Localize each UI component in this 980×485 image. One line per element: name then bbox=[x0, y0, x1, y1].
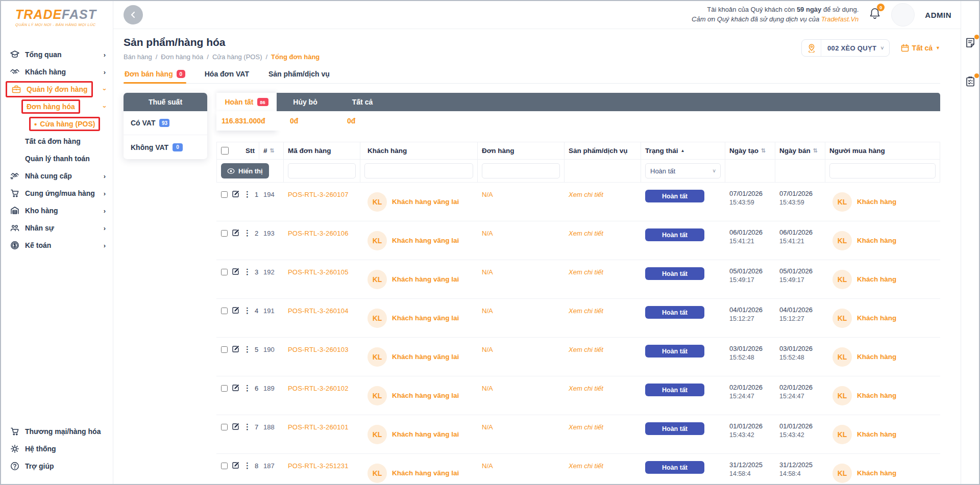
tasks-panel-button[interactable] bbox=[964, 75, 976, 88]
view-detail-link[interactable]: Xem chi tiết bbox=[569, 267, 603, 276]
kebab-menu-icon[interactable]: ⋮ bbox=[243, 306, 251, 315]
customer-name-link[interactable]: Khách hàng vãng lai bbox=[392, 353, 459, 361]
tab-h-a-n-vat[interactable]: Hóa đơn VAT bbox=[204, 68, 250, 83]
buyer-name-link[interactable]: Khách hàng bbox=[857, 275, 896, 283]
view-detail-link[interactable]: Xem chi tiết bbox=[569, 190, 603, 198]
order-code-filter-input[interactable] bbox=[288, 163, 356, 178]
edit-icon[interactable] bbox=[231, 190, 240, 198]
breadcrumb-item[interactable]: Bán hàng bbox=[124, 53, 152, 61]
sidebar-item-khach-hang[interactable]: Khách hàng› bbox=[1, 63, 113, 81]
row-checkbox[interactable] bbox=[221, 385, 228, 392]
sidebar-item-nhan-su[interactable]: Nhân sự› bbox=[1, 219, 113, 237]
order-code-link[interactable]: POS-RTL-3-251231 bbox=[288, 461, 349, 470]
row-checkbox[interactable] bbox=[221, 346, 228, 353]
edit-icon[interactable] bbox=[231, 461, 240, 470]
row-checkbox[interactable] bbox=[221, 307, 228, 315]
breadcrumb-item[interactable]: Cửa hàng (POS) bbox=[212, 53, 262, 61]
buyer-name-link[interactable]: Khách hàng bbox=[857, 469, 896, 477]
breadcrumb-item[interactable]: Tổng đơn hàng bbox=[271, 53, 320, 61]
customer-name-link[interactable]: Khách hàng vãng lai bbox=[392, 275, 459, 283]
status-tab-ho-n-t-t[interactable]: Hoàn tất86 bbox=[216, 93, 277, 111]
status-filter-select[interactable]: Hoàn tất˅ bbox=[645, 163, 721, 178]
sidebar-item-tro-giup[interactable]: Trợ giúp bbox=[1, 457, 113, 475]
buyer-name-link[interactable]: Khách hàng bbox=[857, 237, 896, 244]
buyer-name-link[interactable]: Khách hàng bbox=[857, 392, 896, 399]
tab-s-n-ph-m-d-ch-v-[interactable]: Sản phẩm/dịch vụ bbox=[267, 68, 331, 83]
avatar[interactable] bbox=[891, 3, 915, 27]
edit-icon[interactable] bbox=[231, 384, 240, 392]
view-detail-link[interactable]: Xem chi tiết bbox=[569, 306, 603, 315]
select-all-checkbox[interactable] bbox=[221, 147, 229, 155]
order-code-link[interactable]: POS-RTL-3-260103 bbox=[288, 345, 349, 353]
view-detail-link[interactable]: Xem chi tiết bbox=[569, 345, 603, 353]
customer-name-link[interactable]: Khách hàng vãng lai bbox=[392, 237, 459, 244]
show-columns-button[interactable]: Hiển thị bbox=[221, 163, 269, 178]
row-checkbox[interactable] bbox=[221, 191, 228, 198]
notification-bell[interactable]: 0 bbox=[869, 7, 881, 22]
order-code-link[interactable]: POS-RTL-3-260104 bbox=[288, 306, 349, 315]
view-detail-link[interactable]: Xem chi tiết bbox=[569, 461, 603, 470]
row-checkbox[interactable] bbox=[221, 268, 228, 276]
customer-name-link[interactable]: Khách hàng vãng lai bbox=[392, 198, 459, 206]
store-selector[interactable]: 002 XÈO QUỴT ˅ bbox=[801, 39, 890, 57]
brand-logo[interactable]: TRADEFAST QUẢN LÝ MỌI NƠI - BÁN HÀNG MỌI… bbox=[1, 1, 113, 33]
view-detail-link[interactable]: Xem chi tiết bbox=[569, 422, 603, 431]
sidebar-item-quan-ly-thanh-toan[interactable]: Quản lý thanh toán bbox=[1, 150, 113, 167]
kebab-menu-icon[interactable]: ⋮ bbox=[243, 384, 251, 393]
kebab-menu-icon[interactable]: ⋮ bbox=[243, 422, 251, 431]
tab--n-b-n-h-ng[interactable]: Đơn bán hàng0 bbox=[124, 68, 186, 83]
col-header-created[interactable]: Ngày tạo⇅ bbox=[725, 142, 775, 160]
row-checkbox[interactable] bbox=[221, 462, 228, 470]
col-header-number[interactable]: #⇅ bbox=[259, 142, 284, 160]
order-filter-input[interactable] bbox=[482, 163, 560, 178]
customer-name-link[interactable]: Khách hàng vãng lai bbox=[392, 469, 459, 477]
sidebar-item-cua-hang-pos[interactable]: •Cửa hàng (POS) bbox=[1, 115, 113, 133]
sidebar-item-tong-quan[interactable]: Tổng quan› bbox=[1, 46, 113, 63]
tax-filter-c-vat[interactable]: Có VAT93 bbox=[124, 111, 207, 135]
buyer-name-link[interactable]: Khách hàng bbox=[857, 430, 896, 438]
edit-icon[interactable] bbox=[231, 345, 240, 353]
view-detail-link[interactable]: Xem chi tiết bbox=[569, 384, 603, 392]
sidebar-item-tat-ca-don-hang[interactable]: Tất cả đơn hàng bbox=[1, 133, 113, 150]
kebab-menu-icon[interactable]: ⋮ bbox=[243, 228, 251, 238]
customer-name-link[interactable]: Khách hàng vãng lai bbox=[392, 430, 459, 438]
tax-filter-kh-ng-vat[interactable]: Không VAT0 bbox=[124, 135, 207, 159]
buyer-name-link[interactable]: Khách hàng bbox=[857, 198, 896, 206]
col-header-sold[interactable]: Ngày bán⇅ bbox=[775, 142, 825, 160]
col-header-status[interactable]: Trạng thái▲ bbox=[641, 142, 725, 160]
sidebar-item-don-hang-hoa[interactable]: Đơn hàng hóa› bbox=[1, 98, 113, 115]
sidebar-item-thuong-mai-hang-hoa[interactable]: Thương mại/hàng hóa bbox=[1, 423, 113, 440]
status-tab-h-y-b-[interactable]: Hủy bỏ bbox=[277, 93, 334, 111]
row-checkbox[interactable] bbox=[221, 229, 228, 237]
edit-icon[interactable] bbox=[231, 306, 240, 315]
order-code-link[interactable]: POS-RTL-3-260105 bbox=[288, 267, 349, 276]
tradefast-link[interactable]: Tradefast.Vn bbox=[821, 15, 859, 23]
buyer-name-link[interactable]: Khách hàng bbox=[857, 314, 896, 322]
kebab-menu-icon[interactable]: ⋮ bbox=[243, 345, 251, 354]
status-tab-t-t-c-[interactable]: Tất cả bbox=[334, 93, 391, 111]
view-detail-link[interactable]: Xem chi tiết bbox=[569, 228, 603, 237]
edit-icon[interactable] bbox=[231, 267, 240, 276]
buyer-name-link[interactable]: Khách hàng bbox=[857, 353, 896, 361]
buyer-filter-input[interactable] bbox=[829, 163, 936, 178]
user-name[interactable]: ADMIN bbox=[925, 11, 951, 19]
order-code-link[interactable]: POS-RTL-3-260107 bbox=[288, 190, 349, 198]
sidebar-item-ke-toan[interactable]: Kế toán› bbox=[1, 237, 113, 254]
breadcrumb-item[interactable]: Đơn hàng hóa bbox=[161, 53, 203, 61]
sidebar-item-kho-hang[interactable]: Kho hàng› bbox=[1, 202, 113, 219]
kebab-menu-icon[interactable]: ⋮ bbox=[243, 461, 251, 470]
order-code-link[interactable]: POS-RTL-3-260101 bbox=[288, 422, 349, 431]
customer-name-link[interactable]: Khách hàng vãng lai bbox=[392, 392, 459, 399]
edit-icon[interactable] bbox=[231, 228, 240, 237]
kebab-menu-icon[interactable]: ⋮ bbox=[243, 267, 251, 276]
sidebar-item-nha-cung-cap[interactable]: Nhà cung cấp› bbox=[1, 167, 113, 185]
sidebar-item-quan-ly-don-hang[interactable]: Quản lý đơn hàng› bbox=[1, 81, 113, 98]
notes-panel-button[interactable] bbox=[964, 37, 976, 49]
sidebar-item-he-thong[interactable]: Hệ thống bbox=[1, 440, 113, 457]
back-button[interactable] bbox=[124, 5, 143, 24]
row-checkbox[interactable] bbox=[221, 423, 228, 431]
sidebar-item-cung-ung-mua-hang[interactable]: Cung ứng/mua hàng› bbox=[1, 185, 113, 202]
date-range-filter[interactable]: Tất cả ▼ bbox=[901, 44, 940, 52]
edit-icon[interactable] bbox=[231, 422, 240, 431]
customer-filter-input[interactable] bbox=[364, 163, 473, 178]
